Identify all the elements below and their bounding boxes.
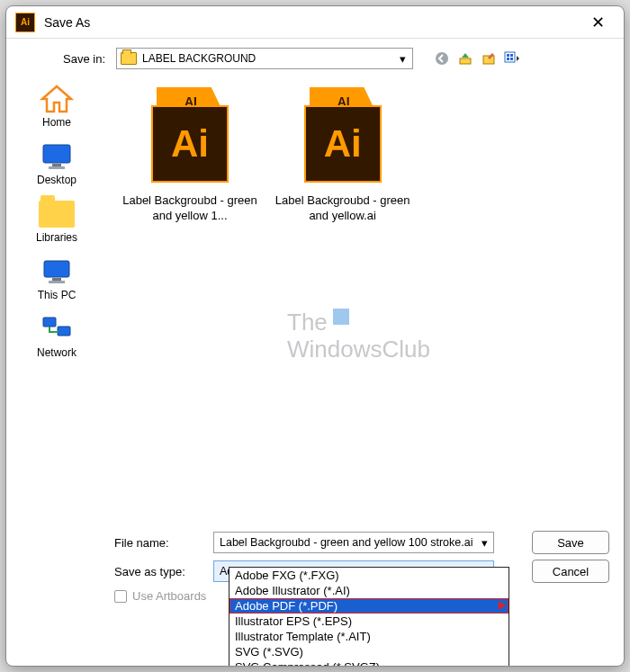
sidebar-item-thispc[interactable]: This PC: [16, 256, 97, 301]
close-icon[interactable]: ✕: [580, 13, 615, 32]
use-artboards-checkbox[interactable]: [114, 590, 127, 603]
svg-rect-4: [507, 54, 509, 57]
svg-rect-9: [52, 164, 61, 166]
chevron-down-icon: ▾: [482, 536, 488, 550]
sidebar-item-label: Desktop: [37, 174, 76, 186]
save-type-option[interactable]: Adobe Illustrator (*.AI): [230, 583, 508, 598]
svg-rect-13: [49, 281, 65, 283]
svg-rect-7: [510, 58, 513, 60]
files-pane[interactable]: AI Ai Label Backgroubd - green and yello…: [107, 75, 624, 524]
network-icon: [39, 314, 75, 345]
sidebar-item-home[interactable]: Home: [16, 84, 97, 129]
folder-icon: [121, 52, 137, 65]
save-type-option[interactable]: Adobe FXG (*.FXG): [230, 568, 508, 583]
libraries-icon: [39, 199, 75, 229]
save-type-label: Save as type:: [19, 565, 213, 578]
sidebar-item-network[interactable]: Network: [16, 314, 97, 359]
file-name-label: Label Backgroubd - green and yellow.ai: [275, 193, 410, 224]
sidebar-item-desktop[interactable]: Desktop: [16, 141, 97, 186]
chevron-down-icon: ▾: [396, 52, 409, 66]
svg-rect-6: [507, 58, 509, 60]
save-type-option[interactable]: Adobe PDF (*.PDF): [230, 598, 508, 614]
cancel-button[interactable]: Cancel: [532, 560, 609, 583]
use-artboards-label: Use Artboards: [132, 589, 206, 603]
save-in-folder-name: LABEL BACKGROUND: [142, 52, 396, 65]
svg-rect-10: [49, 166, 65, 169]
svg-rect-8: [43, 145, 70, 163]
save-in-combo[interactable]: LABEL BACKGROUND ▾: [116, 48, 413, 69]
file-tile[interactable]: AI Ai Label Backgroubd - green and yello…: [271, 87, 415, 224]
nav-icon-bar: [433, 49, 521, 67]
this-pc-icon: [39, 256, 75, 287]
svg-rect-15: [58, 327, 70, 336]
titlebar: Ai Save As ✕: [6, 6, 624, 39]
file-name-value: Label Backgroubd - green and yellow 100 …: [220, 536, 472, 549]
views-icon[interactable]: [503, 49, 521, 67]
file-name-label: File name:: [19, 536, 213, 550]
back-icon[interactable]: [433, 49, 451, 67]
save-in-row: Save in: LABEL BACKGROUND ▾: [6, 39, 624, 75]
file-name-input[interactable]: Label Backgroubd - green and yellow 100 …: [213, 532, 494, 553]
places-sidebar: Home Desktop Libraries This PC: [6, 75, 107, 524]
sidebar-item-label: Home: [42, 116, 71, 129]
file-name-label: Label Backgroubd - green and yellow 1...: [122, 193, 257, 224]
svg-rect-11: [44, 261, 69, 277]
sidebar-item-label: This PC: [38, 289, 76, 301]
watermark: The WindowsClub: [287, 309, 430, 363]
app-icon: Ai: [15, 13, 35, 32]
save-type-option[interactable]: SVG Compressed (*.SVGZ): [230, 659, 508, 667]
sidebar-item-label: Network: [37, 346, 76, 359]
save-as-dialog: Ai Save As ✕ Save in: LABEL BACKGROUND ▾: [5, 5, 625, 667]
save-button[interactable]: Save: [532, 531, 609, 554]
ai-file-icon: AI Ai: [302, 87, 383, 186]
save-in-label: Save in:: [17, 52, 116, 66]
sidebar-item-libraries[interactable]: Libraries: [16, 199, 97, 244]
svg-rect-5: [510, 54, 513, 57]
save-type-option[interactable]: SVG (*.SVG): [230, 644, 508, 659]
up-icon[interactable]: [456, 49, 474, 67]
file-tile[interactable]: AI Ai Label Backgroubd - green and yello…: [118, 87, 262, 224]
save-type-option[interactable]: Illustrator Template (*.AIT): [230, 629, 508, 644]
sidebar-item-label: Libraries: [36, 231, 77, 244]
svg-rect-12: [52, 278, 61, 281]
svg-rect-3: [505, 52, 515, 62]
ai-file-icon: AI Ai: [149, 87, 230, 186]
home-icon: [39, 84, 75, 114]
desktop-icon: [39, 141, 75, 172]
save-type-dropdown[interactable]: Adobe FXG (*.FXG)Adobe Illustrator (*.AI…: [229, 567, 509, 667]
svg-rect-1: [460, 58, 471, 64]
svg-rect-14: [43, 318, 56, 327]
new-folder-icon[interactable]: [480, 49, 498, 67]
save-type-option[interactable]: Illustrator EPS (*.EPS): [230, 614, 508, 629]
svg-point-0: [436, 52, 448, 65]
window-title: Save As: [44, 15, 580, 30]
